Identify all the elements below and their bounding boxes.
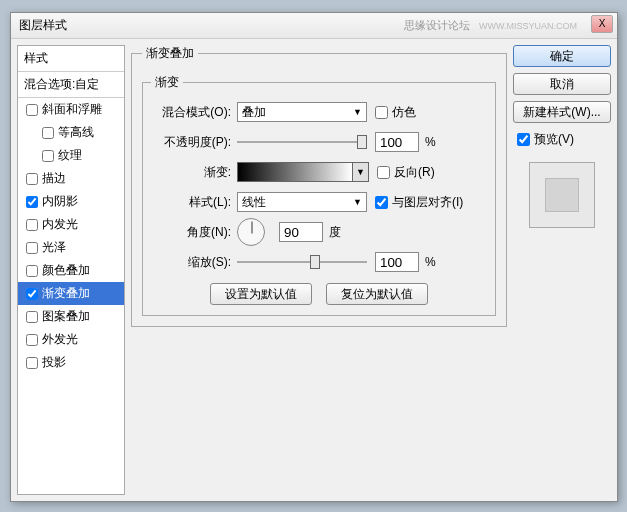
style-item-checkbox[interactable] xyxy=(26,219,38,231)
style-item[interactable]: 投影 xyxy=(18,351,124,374)
style-item[interactable]: 渐变叠加 xyxy=(18,282,124,305)
blend-mode-dropdown[interactable]: 叠加 ▼ xyxy=(237,102,367,122)
style-item-label: 纹理 xyxy=(58,147,82,164)
scale-slider[interactable] xyxy=(237,254,367,270)
opacity-input[interactable] xyxy=(375,132,419,152)
scale-label: 缩放(S): xyxy=(151,254,237,271)
chevron-down-icon: ▼ xyxy=(353,107,362,117)
inner-title: 渐变 xyxy=(151,74,183,91)
angle-input[interactable] xyxy=(279,222,323,242)
style-item-label: 等高线 xyxy=(58,124,94,141)
style-item[interactable]: 图案叠加 xyxy=(18,305,124,328)
button-row: 设置为默认值 复位为默认值 xyxy=(151,283,487,305)
gradient-row: 渐变: ▼ 反向(R) xyxy=(151,161,487,183)
style-item-label: 渐变叠加 xyxy=(42,285,90,302)
style-item-checkbox[interactable] xyxy=(26,311,38,323)
percent-label: % xyxy=(425,135,436,149)
reverse-label: 反向(R) xyxy=(394,164,435,181)
styles-panel: 样式 混合选项:自定 斜面和浮雕等高线纹理描边内阴影内发光光泽颜色叠加渐变叠加图… xyxy=(17,45,125,495)
gradient-inner-group: 渐变 混合模式(O): 叠加 ▼ 仿色 不透明度(P): xyxy=(142,74,496,316)
style-item-checkbox[interactable] xyxy=(26,357,38,369)
percent-label: % xyxy=(425,255,436,269)
preview-label: 预览(V) xyxy=(534,131,574,148)
reverse-checkbox[interactable]: 反向(R) xyxy=(377,164,435,181)
preview-check-input[interactable] xyxy=(517,133,530,146)
cancel-button[interactable]: 取消 xyxy=(513,73,611,95)
group-title: 渐变叠加 xyxy=(142,45,198,62)
style-item[interactable]: 斜面和浮雕 xyxy=(18,98,124,121)
angle-row: 角度(N): 度 xyxy=(151,221,487,243)
style-item[interactable]: 描边 xyxy=(18,167,124,190)
scale-input[interactable] xyxy=(375,252,419,272)
style-dropdown[interactable]: 线性 ▼ xyxy=(237,192,367,212)
preview-box xyxy=(529,162,595,228)
gradient-label: 渐变: xyxy=(151,164,237,181)
dither-label: 仿色 xyxy=(392,104,416,121)
gradient-swatch[interactable] xyxy=(237,162,353,182)
align-checkbox[interactable]: 与图层对齐(I) xyxy=(375,194,463,211)
watermark-text: 思缘设计论坛 xyxy=(404,19,470,31)
style-item[interactable]: 纹理 xyxy=(18,144,124,167)
make-default-button[interactable]: 设置为默认值 xyxy=(210,283,312,305)
center-panel: 渐变叠加 渐变 混合模式(O): 叠加 ▼ 仿色 xyxy=(131,45,507,495)
style-item-label: 外发光 xyxy=(42,331,78,348)
blend-mode-value: 叠加 xyxy=(242,104,266,121)
blend-mode-row: 混合模式(O): 叠加 ▼ 仿色 xyxy=(151,101,487,123)
style-item-checkbox[interactable] xyxy=(26,196,38,208)
style-item[interactable]: 外发光 xyxy=(18,328,124,351)
style-value: 线性 xyxy=(242,194,266,211)
dither-checkbox[interactable]: 仿色 xyxy=(375,104,416,121)
opacity-row: 不透明度(P): % xyxy=(151,131,487,153)
new-style-button[interactable]: 新建样式(W)... xyxy=(513,101,611,123)
degree-label: 度 xyxy=(329,224,341,241)
opacity-slider[interactable] xyxy=(237,134,367,150)
preview-swatch xyxy=(545,178,579,212)
style-item[interactable]: 内发光 xyxy=(18,213,124,236)
style-item-checkbox[interactable] xyxy=(26,334,38,346)
align-label: 与图层对齐(I) xyxy=(392,194,463,211)
style-item-checkbox[interactable] xyxy=(26,288,38,300)
angle-label: 角度(N): xyxy=(151,224,237,241)
ok-button[interactable]: 确定 xyxy=(513,45,611,67)
right-panel: 确定 取消 新建样式(W)... 预览(V) xyxy=(513,45,611,495)
dither-check-input[interactable] xyxy=(375,106,388,119)
scale-row: 缩放(S): % xyxy=(151,251,487,273)
style-item[interactable]: 等高线 xyxy=(18,121,124,144)
align-check-input[interactable] xyxy=(375,196,388,209)
watermark-url: WWW.MISSYUAN.COM xyxy=(479,21,577,31)
layer-style-dialog: 图层样式 思缘设计论坛 WWW.MISSYUAN.COM X 样式 混合选项:自… xyxy=(10,12,618,502)
style-item-checkbox[interactable] xyxy=(26,104,38,116)
style-item-checkbox[interactable] xyxy=(42,150,54,162)
blend-mode-label: 混合模式(O): xyxy=(151,104,237,121)
reverse-check-input[interactable] xyxy=(377,166,390,179)
slider-thumb[interactable] xyxy=(310,255,320,269)
style-item-checkbox[interactable] xyxy=(26,242,38,254)
styles-header: 样式 xyxy=(18,46,124,72)
dialog-title: 图层样式 xyxy=(19,17,67,34)
slider-thumb[interactable] xyxy=(357,135,367,149)
gradient-dropdown-button[interactable]: ▼ xyxy=(353,162,369,182)
style-item-label: 内发光 xyxy=(42,216,78,233)
preview-checkbox[interactable]: 预览(V) xyxy=(513,131,611,148)
style-item-label: 投影 xyxy=(42,354,66,371)
blend-options-item[interactable]: 混合选项:自定 xyxy=(18,72,124,98)
style-item-checkbox[interactable] xyxy=(42,127,54,139)
style-item-label: 光泽 xyxy=(42,239,66,256)
style-item-label: 图案叠加 xyxy=(42,308,90,325)
style-item-label: 内阴影 xyxy=(42,193,78,210)
angle-dial[interactable] xyxy=(237,218,265,246)
reset-default-button[interactable]: 复位为默认值 xyxy=(326,283,428,305)
style-item[interactable]: 内阴影 xyxy=(18,190,124,213)
style-row: 样式(L): 线性 ▼ 与图层对齐(I) xyxy=(151,191,487,213)
style-item-label: 颜色叠加 xyxy=(42,262,90,279)
style-label: 样式(L): xyxy=(151,194,237,211)
style-item[interactable]: 光泽 xyxy=(18,236,124,259)
style-item[interactable]: 颜色叠加 xyxy=(18,259,124,282)
style-item-label: 描边 xyxy=(42,170,66,187)
style-list: 斜面和浮雕等高线纹理描边内阴影内发光光泽颜色叠加渐变叠加图案叠加外发光投影 xyxy=(18,98,124,374)
style-item-checkbox[interactable] xyxy=(26,173,38,185)
style-item-checkbox[interactable] xyxy=(26,265,38,277)
content: 样式 混合选项:自定 斜面和浮雕等高线纹理描边内阴影内发光光泽颜色叠加渐变叠加图… xyxy=(11,39,617,501)
gradient-overlay-group: 渐变叠加 渐变 混合模式(O): 叠加 ▼ 仿色 xyxy=(131,45,507,327)
close-button[interactable]: X xyxy=(591,15,613,33)
